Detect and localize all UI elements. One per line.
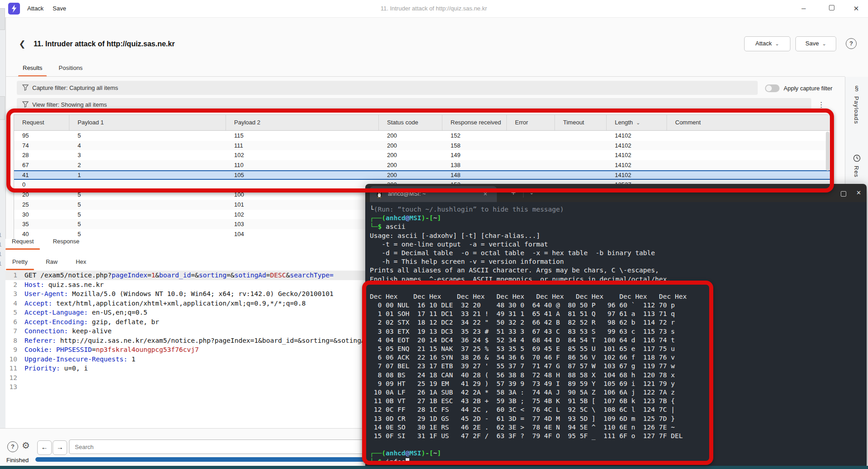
request-line-text: Accept-Encoding: gzip, deflate, br <box>17 317 159 327</box>
page-title: 11. Intruder attack of http://quiz.sas.n… <box>34 40 175 48</box>
help-icon[interactable]: ? <box>7 441 18 452</box>
tab-hex[interactable]: Hex <box>76 255 86 270</box>
toggle-knob <box>766 85 772 91</box>
line-number: 7 <box>5 326 17 336</box>
terminal-maximize-button[interactable] <box>841 190 846 198</box>
attack-status-label: Finished <box>6 457 29 464</box>
line-number: 11 <box>5 364 17 373</box>
section-sign-icon: § <box>851 84 862 92</box>
annotation-rectangle-ascii-table <box>362 281 713 465</box>
help-icon[interactable]: ? <box>846 38 857 49</box>
line-number: 5 <box>5 308 17 317</box>
chevron-down-icon: ⌄ <box>775 41 779 46</box>
request-line-text: Cookie: PHPSESSID=np3fskral4oungpcg53f76… <box>17 345 199 355</box>
terminal-line: -h = This help screen -v = version infor… <box>370 257 862 266</box>
apply-capture-filter-toggle[interactable] <box>765 84 780 92</box>
sidebar-item-payloads[interactable]: Payloads <box>853 96 860 124</box>
tab-response[interactable]: Response <box>53 235 79 250</box>
back-arrow-icon[interactable]: ❮ <box>16 38 28 50</box>
terminal-line: └(Run: “touch ~/.hushlogin” to hide this… <box>370 205 862 214</box>
request-line-text: Host: quiz.sas.ne.kr <box>17 280 104 290</box>
filter-funnel-icon <box>22 101 29 109</box>
gear-icon[interactable]: ⚙ <box>22 440 30 451</box>
message-editor-tabs: Request Response <box>5 235 79 250</box>
cell-payload2: 103 <box>226 219 379 229</box>
terminal-line: ┌──(anhcd@MSI)-[~] <box>370 214 862 222</box>
line-number: 9 <box>5 345 17 355</box>
intruder-attack-window: Attack Save 11. Intruder attack of http:… <box>0 0 868 469</box>
chevron-down-icon: ⌄ <box>822 41 826 46</box>
terminal-line: -d = Decimal table -o = octal table -x =… <box>370 249 862 257</box>
tab-request[interactable]: Request <box>12 235 34 250</box>
tab-positions[interactable]: Positions <box>59 62 83 77</box>
taskbar-edge-strip <box>0 466 868 469</box>
line-number: 10 <box>5 355 17 364</box>
cell-request: 30 <box>14 210 69 220</box>
menu-save[interactable]: Save <box>51 0 68 17</box>
capture-filter-bar[interactable]: Capture filter: Capturing all items <box>17 81 758 95</box>
request-line-text: GET /exam5/notice.php?pageIndex=1&board_… <box>17 271 333 280</box>
line-number: 6 <box>5 317 17 327</box>
close-button[interactable]: ✕ <box>846 0 867 17</box>
request-line-text: Referer: http://quiz.sas.ne.kr/exam5/not… <box>17 336 373 346</box>
line-number: 12 <box>5 373 17 383</box>
sidebar-item-resource-pool[interactable]: Res <box>853 166 860 178</box>
background-line-number: 1 <box>0 251 2 257</box>
cell-payload1: 5 <box>69 200 226 210</box>
terminal-line: Prints all aliases of an ASCII character… <box>370 266 862 275</box>
save-dropdown-button[interactable]: Save⌄ <box>795 36 836 51</box>
filter-funnel-icon <box>22 84 29 92</box>
attack-dropdown-button[interactable]: Attack⌄ <box>744 36 790 51</box>
cell-payload1: 5 <box>69 219 226 229</box>
request-line-text: Upgrade-Insecure-Requests: 1 <box>17 355 135 364</box>
page-tabs: Results Positions <box>5 62 83 77</box>
prev-match-button[interactable]: ← <box>37 440 52 455</box>
request-line-text <box>17 382 25 392</box>
line-number: 1 <box>5 271 17 280</box>
annotation-rectangle-results <box>6 109 834 193</box>
terminal-line: Usage: ascii [-adxohv] [-t] [char-alias.… <box>370 232 862 240</box>
burp-intruder-icon <box>8 3 20 15</box>
cell-payload2: 102 <box>226 210 379 220</box>
terminal-close-button[interactable]: ✕ <box>856 184 861 202</box>
request-line-text: Connection: keep-alive <box>17 326 112 336</box>
apply-capture-filter-label: Apply capture filter <box>784 84 833 92</box>
clock-icon <box>851 154 862 163</box>
tab-pretty[interactable]: Pretty <box>12 255 28 270</box>
request-line-text: Accept-Language: en-US,en;q=0.5 <box>17 308 147 317</box>
cell-request: 25 <box>14 200 69 210</box>
save-button-label: Save <box>805 40 819 47</box>
background-window-fragment <box>0 96 5 120</box>
background-line-number: 1 <box>0 241 2 248</box>
cell-payload2: 104 <box>226 229 379 239</box>
maximize-button[interactable] <box>821 0 842 17</box>
attack-button-label: Attack <box>755 40 772 47</box>
maximize-icon <box>829 5 834 10</box>
menu-attack[interactable]: Attack <box>25 0 45 17</box>
message-editor-subtabs: Pretty Raw Hex <box>5 255 86 270</box>
line-number: 3 <box>5 289 17 299</box>
tab-results[interactable]: Results <box>23 62 42 77</box>
divider <box>5 76 845 77</box>
window-titlebar: Attack Save 11. Intruder attack of http:… <box>0 0 868 18</box>
next-match-button[interactable]: → <box>53 440 67 455</box>
tab-raw[interactable]: Raw <box>46 255 58 270</box>
line-number: 13 <box>5 382 17 392</box>
terminal-line: └─$ ascii <box>370 222 862 231</box>
cell-payload1: 5 <box>69 229 226 239</box>
window-title: 11. Intruder attack of http://quiz.sas.n… <box>298 0 570 17</box>
capture-filter-label: Capture filter: Capturing all items <box>32 81 118 95</box>
background-window-fragment <box>0 8 5 30</box>
cell-payload2: 101 <box>226 200 379 210</box>
request-line-text <box>17 373 25 383</box>
line-number: 4 <box>5 299 17 308</box>
line-number: 8 <box>5 336 17 346</box>
request-line-text: Accept: text/html,application/xhtml+xml,… <box>17 299 306 308</box>
request-line-text: User-Agent: Mozilla/5.0 (Windows NT 10.0… <box>17 289 333 299</box>
background-line-number: 1 <box>0 232 2 238</box>
request-line-text: Priority: u=0, i <box>17 364 88 373</box>
cell-payload1: 5 <box>69 210 226 220</box>
terminal-line: -t = one-line output -a = vertical forma… <box>370 240 862 249</box>
background-line-number: 1 <box>0 260 2 267</box>
minimize-button[interactable]: ─ <box>793 0 814 17</box>
